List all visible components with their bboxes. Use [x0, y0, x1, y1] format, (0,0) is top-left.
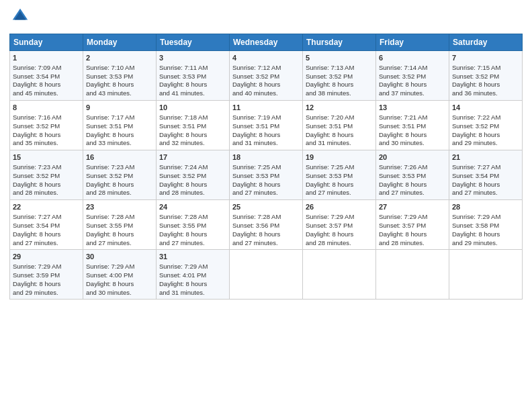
day-info-line: Sunrise: 7:29 AM — [159, 263, 226, 271]
day-info-line: and 31 minutes. — [306, 139, 373, 148]
day-info-line: and 27 minutes. — [86, 239, 153, 248]
day-info-line: Sunset: 3:52 PM — [13, 122, 80, 131]
day-info-line: Sunset: 3:52 PM — [232, 73, 300, 81]
header-cell-wednesday: Wednesday — [230, 34, 303, 51]
day-info-line: Sunrise: 7:29 AM — [379, 213, 446, 222]
day-info-line: and 43 minutes. — [86, 89, 153, 98]
day-info-line: Sunrise: 7:10 AM — [86, 64, 153, 73]
day-info-line: and 27 minutes. — [159, 239, 226, 248]
day-cell: 19Sunrise: 7:25 AMSunset: 3:53 PMDayligh… — [303, 150, 376, 200]
day-info-line: and 27 minutes. — [232, 189, 300, 197]
day-number: 10 — [159, 103, 226, 113]
day-info-line: Sunset: 3:55 PM — [159, 222, 226, 230]
day-info-line: Sunrise: 7:29 AM — [86, 263, 153, 271]
day-info-line: Daylight: 8 hours — [13, 280, 80, 289]
day-info-line: Sunrise: 7:09 AM — [13, 64, 80, 73]
day-cell: 28Sunrise: 7:29 AMSunset: 3:58 PMDayligh… — [449, 200, 523, 250]
day-info-line: Daylight: 8 hours — [232, 181, 300, 189]
day-info-line: Sunrise: 7:29 AM — [13, 263, 80, 271]
day-info-line: and 32 minutes. — [159, 139, 226, 148]
day-cell: 6Sunrise: 7:14 AMSunset: 3:52 PMDaylight… — [376, 51, 449, 101]
day-cell: 10Sunrise: 7:18 AMSunset: 3:51 PMDayligh… — [157, 101, 230, 150]
day-info-line: Sunrise: 7:15 AM — [452, 64, 519, 73]
day-number: 9 — [86, 103, 153, 113]
day-number: 6 — [379, 53, 446, 63]
day-number: 3 — [159, 53, 226, 63]
day-info-line: Sunset: 3:51 PM — [159, 122, 226, 131]
day-info-line: and 29 minutes. — [13, 289, 80, 298]
day-number: 29 — [13, 252, 80, 262]
day-cell — [303, 250, 376, 300]
day-info-line: and 41 minutes. — [159, 89, 226, 98]
day-info-line: Sunrise: 7:17 AM — [86, 113, 153, 122]
day-info-line: Daylight: 8 hours — [13, 131, 80, 140]
day-number: 4 — [232, 53, 300, 63]
day-cell — [230, 250, 303, 300]
day-info-line: and 27 minutes. — [232, 239, 300, 248]
day-info-line: Daylight: 8 hours — [452, 131, 519, 140]
day-number: 17 — [159, 152, 226, 163]
day-info-line: and 28 minutes. — [379, 239, 446, 248]
day-info-line: Daylight: 8 hours — [159, 131, 226, 140]
day-info-line: and 30 minutes. — [379, 139, 446, 148]
day-info-line: Daylight: 8 hours — [159, 280, 226, 289]
day-info-line: Sunrise: 7:21 AM — [379, 113, 446, 122]
day-number: 8 — [13, 103, 80, 113]
week-row-5: 29Sunrise: 7:29 AMSunset: 3:59 PMDayligh… — [10, 250, 523, 300]
day-info-line: Sunrise: 7:16 AM — [13, 113, 80, 122]
day-info-line: Sunset: 3:51 PM — [306, 122, 373, 131]
day-info-line: Sunrise: 7:28 AM — [232, 213, 300, 222]
week-row-4: 22Sunrise: 7:27 AMSunset: 3:54 PMDayligh… — [10, 200, 523, 250]
day-info-line: Sunrise: 7:19 AM — [232, 113, 300, 122]
day-cell: 26Sunrise: 7:29 AMSunset: 3:57 PMDayligh… — [303, 200, 376, 250]
day-cell: 16Sunrise: 7:23 AMSunset: 3:52 PMDayligh… — [83, 150, 157, 200]
day-info-line: and 27 minutes. — [13, 239, 80, 248]
day-info-line: Sunrise: 7:14 AM — [379, 64, 446, 73]
day-info-line: Daylight: 8 hours — [452, 181, 519, 189]
day-info-line: Sunrise: 7:27 AM — [452, 163, 519, 172]
day-info-line: Daylight: 8 hours — [306, 81, 373, 89]
day-info-line: and 35 minutes. — [13, 139, 80, 148]
header-cell-tuesday: Tuesday — [157, 34, 230, 51]
day-info-line: Sunset: 4:00 PM — [86, 271, 153, 280]
day-cell: 3Sunrise: 7:11 AMSunset: 3:53 PMDaylight… — [157, 51, 230, 101]
day-cell: 9Sunrise: 7:17 AMSunset: 3:51 PMDaylight… — [83, 101, 157, 150]
day-number: 19 — [306, 152, 373, 163]
calendar-header: SundayMondayTuesdayWednesdayThursdayFrid… — [10, 34, 523, 51]
day-info-line: Sunset: 3:53 PM — [379, 172, 446, 181]
day-cell: 8Sunrise: 7:16 AMSunset: 3:52 PMDaylight… — [10, 101, 83, 150]
day-info-line: and 28 minutes. — [13, 189, 80, 197]
day-info-line: Sunset: 3:52 PM — [159, 172, 226, 181]
day-info-line: Sunrise: 7:12 AM — [232, 64, 300, 73]
day-cell: 7Sunrise: 7:15 AMSunset: 3:52 PMDaylight… — [449, 51, 523, 101]
day-info-line: Sunrise: 7:25 AM — [232, 163, 300, 172]
day-info-line: Sunset: 3:57 PM — [379, 222, 446, 230]
day-info-line: and 33 minutes. — [86, 139, 153, 148]
day-info-line: Daylight: 8 hours — [452, 81, 519, 89]
day-info-line: Sunset: 3:52 PM — [452, 122, 519, 131]
day-cell: 27Sunrise: 7:29 AMSunset: 3:57 PMDayligh… — [376, 200, 449, 250]
day-info-line: Sunrise: 7:23 AM — [13, 163, 80, 172]
page-container: SundayMondayTuesdayWednesdayThursdayFrid… — [0, 0, 532, 304]
day-info-line: Daylight: 8 hours — [86, 81, 153, 89]
header-row: SundayMondayTuesdayWednesdayThursdayFrid… — [10, 34, 523, 51]
day-number: 2 — [86, 53, 153, 63]
logo — [9, 7, 32, 28]
day-info-line: Sunset: 3:59 PM — [13, 271, 80, 280]
day-info-line: Daylight: 8 hours — [306, 131, 373, 140]
day-info-line: Sunset: 3:52 PM — [13, 172, 80, 181]
day-number: 28 — [452, 202, 519, 212]
header-cell-monday: Monday — [83, 34, 157, 51]
day-number: 25 — [232, 202, 300, 212]
day-info-line: Sunset: 3:57 PM — [306, 222, 373, 230]
day-info-line: and 28 minutes. — [86, 189, 153, 197]
day-info-line: Daylight: 8 hours — [159, 81, 226, 89]
day-info-line: Sunset: 3:52 PM — [306, 73, 373, 81]
day-info-line: Sunset: 3:52 PM — [452, 73, 519, 81]
day-cell: 24Sunrise: 7:28 AMSunset: 3:55 PMDayligh… — [157, 200, 230, 250]
day-info-line: Sunrise: 7:28 AM — [86, 213, 153, 222]
header-cell-friday: Friday — [376, 34, 449, 51]
day-info-line: Sunrise: 7:27 AM — [13, 213, 80, 222]
day-info-line: Sunrise: 7:11 AM — [159, 64, 226, 73]
day-info-line: and 29 minutes. — [452, 239, 519, 248]
